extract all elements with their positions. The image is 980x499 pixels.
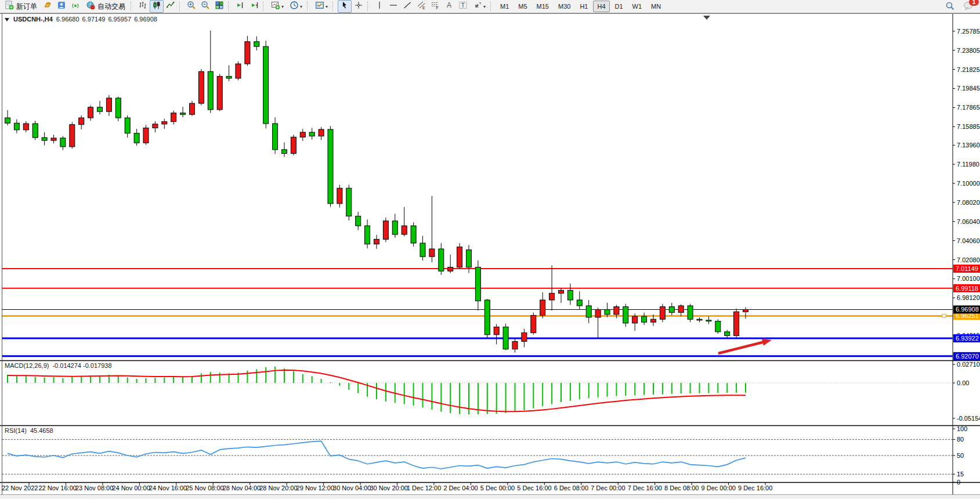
new-order-label: 新订单 — [16, 2, 37, 12]
candle — [190, 101, 195, 116]
channel-button[interactable]: E — [414, 0, 428, 13]
autotrading-button[interactable]: 自动交易 — [82, 0, 129, 13]
price-line-label: 6.99118 — [953, 284, 980, 292]
line-handle[interactable] — [942, 314, 946, 317]
toolbar: 新订单 自动交易 E F A T — [0, 0, 980, 13]
chart-canvas[interactable]: 7.257857.238057.218257.198457.178657.158… — [0, 13, 980, 499]
macd-tick-label: 0.00 — [957, 379, 969, 386]
time-label: 1 Dec 12:00 — [407, 484, 441, 491]
text-label-button[interactable]: T — [456, 0, 470, 13]
fibonacci-button[interactable]: F — [428, 0, 442, 13]
timeframe-M15[interactable]: M15 — [533, 1, 553, 12]
arrows-icon — [473, 1, 482, 12]
timeframe-M5[interactable]: M5 — [514, 1, 531, 12]
bar-close: 6.96908 — [134, 16, 157, 23]
svg-text:6.93922: 6.93922 — [956, 335, 979, 342]
chart-shift-icon — [236, 1, 245, 12]
candle — [411, 222, 416, 247]
timeframe-H4[interactable]: H4 — [593, 1, 609, 12]
horizontal-line-button[interactable] — [386, 0, 400, 13]
candle — [660, 304, 665, 323]
svg-text:6.96908: 6.96908 — [956, 306, 979, 313]
timeframe-H1[interactable]: H1 — [576, 1, 592, 12]
signals-icon — [71, 1, 80, 12]
chart-background — [0, 13, 980, 499]
vertical-line-icon — [375, 1, 384, 12]
cursor-button[interactable] — [338, 0, 352, 13]
price-tick-label: 7.19845 — [957, 85, 980, 92]
candle — [291, 135, 296, 156]
collapse-triangle-icon[interactable] — [5, 17, 10, 22]
timeframe-M1[interactable]: M1 — [496, 1, 513, 12]
candle — [217, 74, 222, 111]
bar-high: 6.97149 — [82, 16, 106, 23]
crosshair-icon — [354, 1, 363, 12]
notifications-button[interactable]: 1 — [961, 1, 975, 13]
bar-low: 6.95957 — [108, 16, 131, 23]
market-button[interactable] — [41, 0, 55, 13]
horizontal-line-icon — [389, 1, 398, 12]
autoscroll-button[interactable] — [247, 0, 261, 13]
price-tick-label: 7.13960 — [957, 142, 980, 149]
profile-icon — [57, 1, 66, 12]
bar-open: 6.96680 — [56, 16, 79, 23]
trendline-button[interactable] — [400, 0, 414, 13]
time-label: 24 Nov 00:00 — [112, 484, 150, 491]
candle — [531, 313, 536, 335]
chart-area[interactable]: 7.257857.238057.218257.198457.178657.158… — [0, 13, 980, 499]
search-button[interactable] — [943, 1, 957, 13]
toolbar-separator — [367, 2, 370, 11]
chart-shift-button[interactable] — [233, 0, 247, 13]
timeframe-W1[interactable]: W1 — [628, 1, 646, 12]
candle — [236, 62, 241, 80]
chart-ohlc: 6.96680 6.97149 6.95957 6.96908 — [56, 16, 157, 23]
vertical-line-button[interactable] — [373, 0, 386, 13]
toolbar-separator — [131, 2, 133, 11]
new-chart-dropdown[interactable] — [268, 0, 287, 13]
time-label: 30 Nov 20:00 — [370, 484, 408, 491]
text-button[interactable]: A — [442, 0, 456, 13]
line-chart-button[interactable] — [164, 0, 178, 13]
signals-button[interactable] — [68, 0, 82, 13]
arrows-dropdown[interactable] — [470, 0, 489, 13]
price-tick-label: 7.02080 — [957, 256, 980, 263]
svg-text:F: F — [436, 6, 439, 10]
time-label: 28 Nov 04:00 — [223, 484, 261, 491]
rsi-label: RSI(14) 45.4658 — [5, 427, 53, 434]
cursor-icon — [340, 1, 349, 12]
candle — [198, 69, 204, 105]
time-label: 28 Nov 20:00 — [259, 484, 297, 491]
price-tick-label: 7.15885 — [957, 123, 980, 130]
new-order-button[interactable]: 新订单 — [1, 0, 41, 13]
price-tick-label: 6.98120 — [957, 294, 980, 301]
rsi-tick-label: 15 — [957, 471, 964, 478]
candle — [70, 122, 75, 149]
timeframe-M30[interactable]: M30 — [554, 1, 574, 12]
timeframe-D1[interactable]: D1 — [611, 1, 627, 12]
candle — [715, 319, 721, 334]
rsi-value: 45.4658 — [30, 427, 53, 434]
bar-chart-icon — [138, 1, 147, 12]
rsi-tick-label: 0 — [957, 479, 960, 486]
toolbar-separator — [307, 2, 310, 11]
toolbar-separator — [332, 2, 335, 11]
price-tick-label: 7.11980 — [957, 161, 979, 168]
profile-button[interactable] — [55, 0, 68, 13]
tile-windows-button[interactable] — [212, 0, 226, 13]
zoom-out-button[interactable] — [198, 0, 212, 13]
price-line-label: 7.01149 — [953, 265, 980, 273]
timeframe-MN[interactable]: MN — [647, 1, 665, 12]
text-a-icon: A — [444, 1, 454, 12]
svg-text:T: T — [461, 2, 465, 9]
templates-dropdown[interactable] — [312, 0, 331, 13]
line-chart-icon — [166, 1, 175, 12]
new-order-icon — [5, 1, 14, 12]
periods-dropdown[interactable] — [287, 0, 305, 13]
bar-chart-button[interactable] — [136, 0, 150, 13]
crosshair-button[interactable] — [352, 0, 366, 13]
toolbar-separator — [263, 2, 266, 11]
zoom-in-button[interactable] — [185, 0, 198, 13]
price-line-label: 6.93922 — [953, 334, 980, 342]
candlestick-chart-button[interactable] — [150, 0, 164, 13]
price-tick-label: 7.04060 — [957, 237, 980, 244]
